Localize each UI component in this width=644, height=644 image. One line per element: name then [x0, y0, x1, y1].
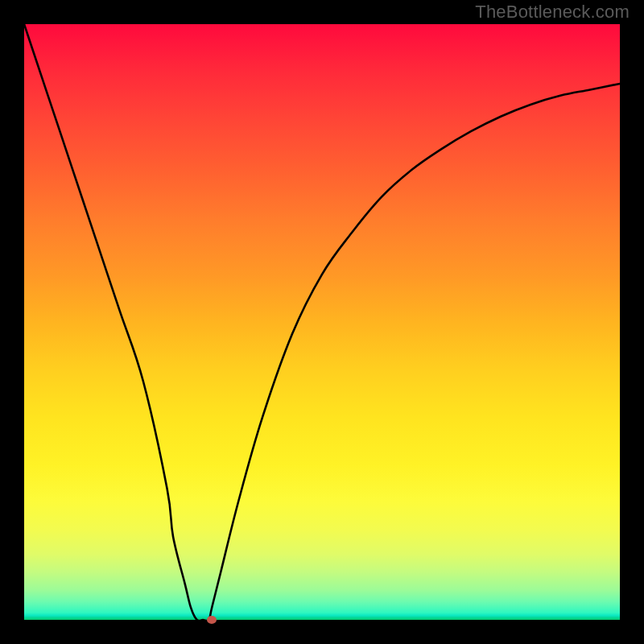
curve-path: [24, 24, 620, 621]
watermark-text: TheBottleneck.com: [475, 2, 630, 23]
minimum-marker: [207, 616, 217, 624]
chart-plot-area: [24, 24, 620, 620]
chart-curve: [24, 24, 620, 620]
